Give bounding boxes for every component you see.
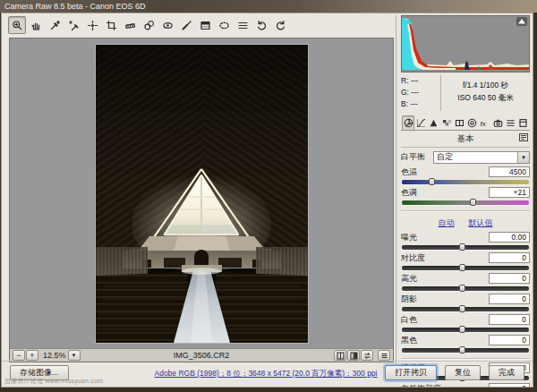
slider-whites: 白色 — [401, 314, 530, 332]
workflow-options-link[interactable]: Adobe RGB (1998)；8 位；3648 x 5472 (20.0 百… — [127, 369, 405, 379]
slider-shadows: 阴影 — [401, 294, 530, 311]
title-bar[interactable]: Camera Raw 8.5 beta - Canon EOS 6D — [0, 0, 537, 13]
svg-text:fx: fx — [481, 119, 487, 127]
contrast-thumb[interactable] — [459, 264, 465, 271]
straighten-tool-icon[interactable] — [121, 16, 139, 34]
rotate-right-icon[interactable] — [271, 16, 289, 34]
open-copy-button[interactable]: 打开拷贝 — [385, 365, 437, 380]
auto-default-links: 自动 默认值 — [401, 217, 530, 229]
contrast-value-field[interactable] — [489, 252, 530, 263]
reset-button[interactable]: 复位 — [445, 365, 481, 380]
tab-lens-corrections[interactable] — [465, 115, 478, 130]
tint-track[interactable] — [402, 200, 529, 205]
hand-tool-icon[interactable] — [27, 16, 45, 34]
radial-filter-tool-icon[interactable] — [215, 16, 233, 34]
shadows-thumb[interactable] — [459, 305, 465, 312]
capture-settings: f/1.4 1/100 秒 ISO 640 50 毫米 — [441, 75, 530, 111]
highlights-value-field[interactable] — [489, 273, 530, 284]
preview-controls — [334, 350, 390, 361]
blacks-thumb[interactable] — [459, 346, 465, 354]
histogram[interactable] — [401, 15, 530, 72]
toolbar — [2, 13, 396, 37]
slider-label: 色温 — [401, 166, 417, 178]
preview-before-after-icon[interactable] — [347, 350, 360, 361]
photo-area — [10, 38, 393, 348]
red-eye-tool-icon[interactable] — [158, 16, 176, 34]
aperture-shutter: f/1.4 1/100 秒 — [441, 79, 530, 91]
window-title: Camera Raw 8.5 beta - Canon EOS 6D — [4, 2, 146, 11]
tab-presets[interactable] — [504, 115, 516, 130]
divider — [401, 358, 530, 360]
zoom-in-button[interactable]: + — [26, 350, 38, 361]
slider-label: 色调 — [401, 187, 417, 199]
camera-raw-dialog: − + 12.5% ▼ IMG_3506.CR2 — [1, 13, 533, 388]
blacks-track[interactable] — [402, 348, 529, 353]
panel-tabs: fx — [401, 114, 530, 131]
zoom-level-value: 12.5% — [43, 351, 66, 360]
exposure-value-field[interactable] — [489, 232, 530, 243]
highlights-thumb[interactable] — [459, 285, 465, 292]
slider-highlights: 高光 — [401, 273, 530, 291]
preferences-icon[interactable] — [234, 16, 251, 34]
whites-track[interactable] — [402, 328, 529, 332]
white-balance-row: 白平衡 自定 ▼ — [401, 151, 530, 164]
dialog-footer: 存储图像... Adobe RGB (1998)；8 位；3648 x 5472… — [2, 361, 533, 387]
shadows-value-field[interactable] — [489, 294, 530, 304]
adjustment-brush-tool-icon[interactable] — [177, 16, 195, 34]
iso-focal: ISO 640 50 毫米 — [441, 91, 530, 104]
white-balance-value: 自定 — [437, 151, 453, 163]
crop-tool-icon[interactable] — [102, 16, 120, 34]
temperature-track[interactable] — [402, 180, 529, 184]
panel-menu-icon[interactable] — [517, 132, 530, 142]
adjustments-panel: R: --- G: --- B: --- f/1.4 1/100 秒 ISO 6… — [396, 15, 533, 364]
photo-preview[interactable] — [96, 45, 308, 343]
contrast-track[interactable] — [402, 266, 529, 270]
spot-removal-tool-icon[interactable] — [140, 16, 158, 34]
preview-menu-icon[interactable] — [378, 350, 390, 361]
preview-canvas[interactable]: − + 12.5% ▼ IMG_3506.CR2 — [9, 38, 394, 362]
whites-thumb[interactable] — [459, 326, 465, 333]
tab-detail[interactable] — [428, 115, 440, 130]
graduated-filter-tool-icon[interactable] — [196, 16, 214, 34]
tint-value-field[interactable] — [489, 187, 530, 198]
blacks-value-field[interactable] — [489, 335, 530, 345]
slider-contrast: 对比度 — [401, 252, 530, 270]
whites-value-field[interactable] — [489, 314, 530, 325]
tint-thumb[interactable] — [470, 199, 476, 206]
watermark-text: 思缘设计论坛 www.missyuan.com — [4, 377, 103, 386]
preview-split-icon[interactable] — [334, 350, 346, 361]
temperature-value-field[interactable] — [489, 166, 530, 177]
tab-effects[interactable]: fx — [479, 115, 491, 130]
rotate-left-icon[interactable] — [252, 16, 270, 34]
targeted-adjustment-tool-icon[interactable] — [83, 16, 101, 34]
tab-snapshots[interactable] — [517, 115, 530, 130]
tab-split-toning[interactable] — [453, 115, 465, 130]
slider-label: 对比度 — [401, 252, 425, 264]
highlights-track[interactable] — [402, 286, 529, 291]
color-sampler-tool-icon[interactable] — [64, 16, 82, 34]
tab-tone-curve[interactable] — [414, 115, 427, 130]
zoom-level-dropdown[interactable]: ▼ — [68, 350, 81, 361]
temperature-thumb[interactable] — [429, 178, 435, 185]
chevron-down-icon: ▼ — [517, 152, 529, 163]
done-button[interactable]: 完成 — [489, 365, 524, 380]
white-balance-select[interactable]: 自定 ▼ — [433, 151, 530, 164]
slider-tint: 色调 — [401, 187, 530, 205]
preview-swap-icon[interactable] — [361, 350, 373, 361]
auto-link[interactable]: 自动 — [439, 217, 455, 229]
footer-buttons: 打开拷贝 复位 完成 — [385, 365, 524, 380]
default-link[interactable]: 默认值 — [469, 217, 493, 229]
shadows-track[interactable] — [402, 307, 529, 311]
tab-basic[interactable] — [402, 115, 414, 130]
exposure-thumb[interactable] — [459, 243, 465, 251]
exif-readout: R: --- G: --- B: --- f/1.4 1/100 秒 ISO 6… — [401, 72, 530, 113]
zoom-out-button[interactable]: − — [13, 350, 25, 361]
tab-hsl-grayscale[interactable] — [440, 115, 453, 130]
slider-blacks: 黑色 — [401, 335, 530, 353]
slider-temperature: 色温 — [401, 166, 530, 184]
white-balance-tool-icon[interactable] — [46, 16, 64, 34]
camera-raw-window: Camera Raw 8.5 beta - Canon EOS 6D — [0, 0, 537, 392]
exposure-track[interactable] — [402, 245, 529, 250]
tab-camera-calibration[interactable] — [491, 115, 504, 130]
zoom-tool-icon[interactable] — [8, 16, 26, 34]
